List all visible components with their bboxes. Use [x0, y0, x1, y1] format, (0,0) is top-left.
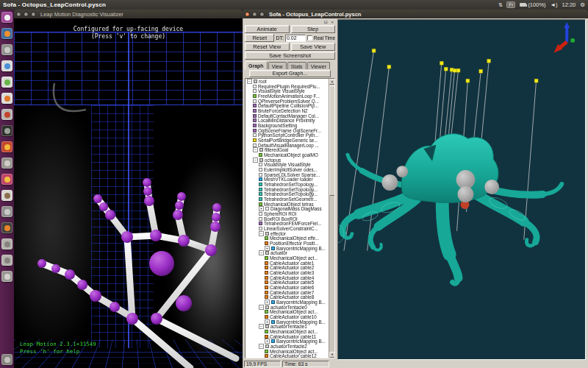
terminal-icon	[4, 128, 10, 134]
expand-icon[interactable]: +	[265, 319, 270, 325]
tree-item-icon	[265, 251, 269, 255]
collapse-icon[interactable]: −	[253, 158, 258, 163]
launcher-item-libreoffice-impress[interactable]	[1, 93, 12, 104]
tree-item-icon	[259, 163, 262, 166]
tab-stats[interactable]: Stats	[287, 62, 306, 69]
panel-close-icon[interactable]: ×	[331, 20, 334, 24]
launcher-item-file-cabinet[interactable]	[1, 44, 12, 55]
launcher-item-help-2[interactable]	[1, 255, 12, 266]
sofa-minimize-button[interactable]	[252, 12, 257, 17]
expand-icon[interactable]: +	[265, 300, 270, 305]
help-2-icon	[4, 258, 10, 263]
leap-overlay-text: Configured for up-facing device (Press '…	[14, 26, 243, 40]
tree-item[interactable]: CableActuator cable12	[245, 354, 329, 358]
tree-item-icon	[259, 158, 263, 162]
sofa-close-button[interactable]	[245, 12, 250, 17]
help-1-icon	[4, 241, 10, 247]
cable-end-marker	[387, 65, 391, 68]
leap-window-titlebar[interactable]: Leap Motion Diagnostic Visualizer	[14, 10, 243, 18]
launcher-item-disk-utility[interactable]	[1, 271, 12, 282]
keyboard-layout-indicator[interactable]: Fr	[506, 1, 515, 8]
launcher-item-files[interactable]	[1, 158, 12, 169]
tree-item-icon	[265, 236, 268, 240]
launcher-item-archive-manager[interactable]	[1, 206, 12, 217]
save-screenshot-button[interactable]: Save Screenshot	[245, 52, 335, 60]
expand-icon[interactable]: +	[265, 339, 270, 344]
launcher-item-text-editor[interactable]	[1, 190, 12, 201]
cable-end-marker	[444, 67, 448, 71]
animate-button[interactable]: Animate	[245, 25, 290, 33]
collapse-icon[interactable]: −	[259, 231, 264, 236]
tree-item-icon	[265, 232, 269, 236]
sofa-maximize-button[interactable]	[259, 12, 265, 17]
dt-input[interactable]	[285, 35, 306, 42]
collapse-icon[interactable]: −	[259, 250, 264, 255]
scroll-down-arrow[interactable]: ▼	[329, 352, 335, 358]
launcher-item-terminal[interactable]	[1, 125, 12, 136]
launcher-item-trash[interactable]	[1, 354, 12, 365]
launcher-item-libreoffice-writer[interactable]	[1, 60, 12, 71]
scroll-up-arrow[interactable]: ▲	[329, 79, 335, 85]
launcher-item-dash-home[interactable]	[1, 12, 12, 23]
octopus-model	[338, 134, 562, 283]
collapse-icon[interactable]: −	[247, 79, 252, 84]
battery-label: (100%)	[528, 1, 545, 8]
expand-icon[interactable]: +	[265, 246, 270, 251]
reset-scene-button[interactable]: Reset Scene	[245, 34, 274, 42]
tree-item-icon	[259, 177, 262, 181]
tree-item-icon	[265, 350, 268, 353]
leap-minimize-button[interactable]	[24, 12, 29, 17]
collapse-icon[interactable]: −	[259, 324, 264, 329]
octopus-head	[401, 134, 498, 203]
launcher-item-sublime[interactable]	[1, 222, 12, 233]
libreoffice-impress-icon	[4, 96, 10, 102]
tab-view[interactable]: View	[268, 62, 287, 69]
sofa-3d-viewport[interactable]	[337, 19, 586, 360]
battery-indicator[interactable]: (100%)	[520, 1, 545, 8]
tree-item-icon	[259, 153, 262, 157]
tab-graph[interactable]: Graph	[245, 61, 268, 69]
clock[interactable]: 12:20	[562, 1, 576, 8]
leap-version-label: Leap Motion 2.3.1+31549	[20, 341, 96, 348]
expand-icon[interactable]: +	[259, 206, 264, 211]
export-graph-button[interactable]: Export Graph...	[249, 70, 331, 77]
cable-markers	[372, 49, 538, 82]
real-time-label: Real Time	[314, 35, 335, 40]
network-icon[interactable]: ⇅	[498, 2, 502, 8]
collapse-icon[interactable]: −	[259, 344, 264, 349]
disk-utility-icon	[4, 274, 10, 280]
launcher-item-freecad[interactable]	[1, 141, 12, 152]
reset-view-button[interactable]: Reset View	[245, 43, 290, 51]
sofa-window-titlebar[interactable]: Sofa - Octopus_LeapControl.pyscn	[243, 10, 588, 18]
tree-item-icon	[265, 325, 269, 328]
tree-scrollbar[interactable]: ▲ ▼	[329, 79, 334, 358]
scene-tree: −rootRequiredPlugin RequiredPlu...Visual…	[245, 79, 329, 358]
session-gear-icon[interactable]: ⚙	[580, 1, 585, 8]
step-button[interactable]: Step	[291, 25, 336, 33]
launcher-item-system-settings[interactable]	[1, 109, 12, 120]
collapse-icon[interactable]: −	[253, 147, 258, 152]
top-menu-bar: Sofa - Octopus_LeapControl.pyscn ⇅ Fr (1…	[0, 0, 588, 10]
launcher-item-sofa-app[interactable]	[1, 174, 12, 185]
tree-item-icon	[265, 335, 268, 339]
tree-item-icon	[271, 247, 275, 250]
real-time-checkbox[interactable]	[307, 35, 312, 40]
scroll-thumb[interactable]	[329, 85, 335, 196]
launcher-item-libreoffice-calc[interactable]	[1, 77, 12, 88]
fps-indicator: 19,9 FPS	[244, 361, 281, 367]
volume-icon[interactable]: ◄)	[551, 1, 558, 8]
tree-item[interactable]: LinearSolverConstraintC...	[245, 226, 329, 231]
collapse-icon[interactable]: −	[259, 305, 264, 310]
launcher-item-help-1[interactable]	[1, 238, 12, 250]
save-view-button[interactable]: Save View	[291, 43, 336, 51]
leap-maximize-button[interactable]	[31, 12, 36, 17]
leap-footer-text: Leap Motion 2.3.1+31549 Press 'h' for he…	[20, 341, 96, 355]
leap-3d-view[interactable]: Configured for up-facing device (Press '…	[14, 18, 243, 368]
leap-close-button[interactable]	[16, 12, 21, 17]
tab-viewer[interactable]: Viewer	[307, 62, 330, 69]
sublime-icon	[4, 225, 10, 231]
tree-item-icon	[259, 197, 262, 201]
launcher-item-firefox[interactable]	[1, 28, 12, 39]
panel-float-icon[interactable]: ⊡	[324, 20, 328, 24]
files-icon	[4, 160, 10, 166]
